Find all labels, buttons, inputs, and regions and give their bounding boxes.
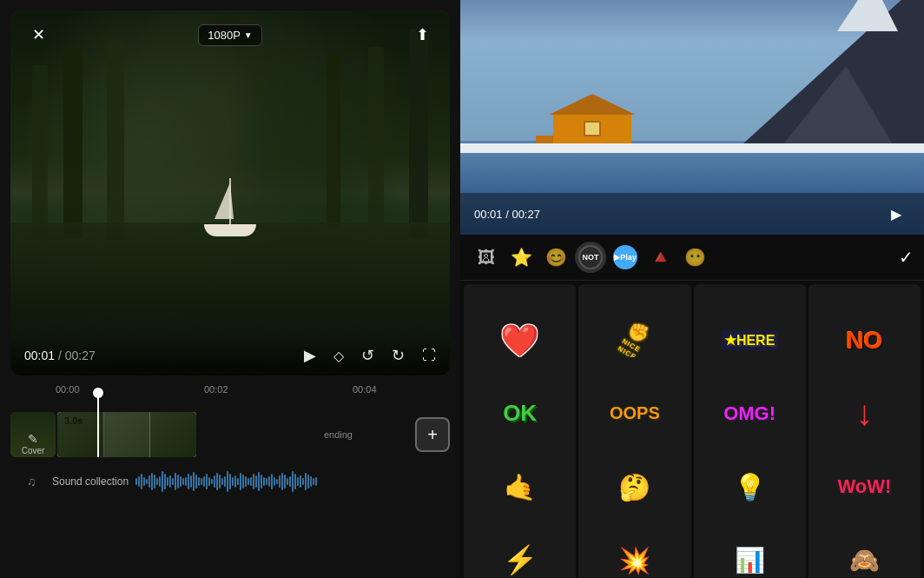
wave-bar bbox=[292, 471, 294, 492]
finger-sticker-icon: 🤙 bbox=[504, 472, 536, 502]
not-badge: NOT bbox=[578, 245, 603, 269]
playback-controls: ▶ ◇ ↺ ↻ ⛶ bbox=[304, 346, 436, 365]
wave-bar bbox=[258, 472, 260, 491]
wave-bar bbox=[175, 473, 176, 490]
wave-bar bbox=[268, 476, 270, 487]
clip-segment[interactable]: 3.0s bbox=[57, 412, 196, 457]
wave-bar bbox=[172, 478, 174, 485]
wave-bar bbox=[195, 475, 197, 488]
face-toolbar-btn[interactable]: 😶 bbox=[679, 242, 710, 273]
list-item[interactable]: 💥 bbox=[578, 504, 690, 578]
wave-bar bbox=[287, 478, 288, 485]
video-bottom-bar: 00:01 / 00:27 ▶ ◇ ↺ ↻ ⛶ bbox=[10, 336, 450, 375]
wave-bar bbox=[274, 477, 275, 486]
sticker-grid: ❤️✊NICENICE★HERENOOKOOPSOMG!↓🤙🤔💡WoW!⚡💥📊🙈 bbox=[460, 281, 924, 578]
play-badge: ▶Play bbox=[613, 245, 637, 269]
ruler-mark-0: 00:00 bbox=[56, 384, 80, 395]
clip-thumb-2 bbox=[104, 412, 151, 457]
timeline-ruler: 00:00 00:02 00:04 bbox=[10, 382, 450, 403]
wave-bar bbox=[193, 472, 195, 491]
wave-bar bbox=[229, 474, 231, 489]
wave-bar bbox=[219, 475, 221, 488]
wave-bar bbox=[305, 473, 307, 490]
image-toolbar-btn[interactable]: 🖼 bbox=[471, 242, 502, 273]
lightning-sticker-icon: ⚡ bbox=[503, 543, 538, 576]
right-panel: 00:01 / 00:27 ▶ 🖼 ⭐ 😊 NOT ▶Play 🔺 😶 bbox=[460, 0, 924, 578]
resolution-button[interactable]: 1080P ▼ bbox=[198, 24, 262, 46]
explosion-sticker-icon: 💥 bbox=[618, 545, 650, 575]
playhead[interactable] bbox=[97, 388, 99, 457]
mountain-snow bbox=[837, 0, 898, 31]
add-clip-button[interactable]: + bbox=[415, 417, 450, 452]
close-button[interactable]: ✕ bbox=[24, 21, 52, 49]
wave-bar bbox=[227, 471, 228, 492]
play-button[interactable]: ▶ bbox=[304, 346, 316, 365]
time-total: 00:27 bbox=[65, 349, 96, 362]
time-separator: / bbox=[58, 349, 65, 362]
wave-bar bbox=[276, 479, 278, 484]
ruler-marks: 00:00 00:02 00:04 bbox=[56, 384, 446, 402]
wave-bar bbox=[240, 473, 241, 490]
cover-thumbnail[interactable]: ✎ Cover bbox=[10, 412, 56, 457]
time-current: 00:01 bbox=[24, 349, 55, 362]
wave-bar bbox=[281, 473, 283, 490]
no-sticker-icon: NO bbox=[846, 327, 882, 355]
wave-bar bbox=[250, 477, 252, 486]
wave-bar bbox=[261, 475, 262, 488]
wave-bar bbox=[221, 478, 223, 485]
wave-bar bbox=[245, 476, 247, 487]
music-icon: ♫ bbox=[10, 475, 52, 488]
trim-button[interactable]: ◇ bbox=[333, 348, 344, 364]
emoji-toolbar-btn[interactable]: 😊 bbox=[540, 242, 571, 273]
play-label: ▶Play bbox=[614, 253, 637, 262]
export-button[interactable]: ⬆ bbox=[408, 21, 436, 49]
heart-sticker-icon: ❤️ bbox=[500, 322, 539, 359]
wave-bar bbox=[307, 475, 309, 488]
wave-bar bbox=[154, 475, 155, 488]
confirm-button[interactable]: ✓ bbox=[899, 247, 914, 268]
list-item[interactable]: 📊 bbox=[694, 504, 806, 578]
list-item[interactable]: ⚡ bbox=[464, 504, 576, 578]
wave-bar bbox=[253, 474, 254, 489]
wave-bar bbox=[164, 474, 166, 489]
wave-bar bbox=[271, 474, 273, 489]
play-toolbar-btn[interactable]: ▶Play bbox=[610, 242, 641, 273]
track-content: 3.0s ending bbox=[56, 412, 405, 457]
sticker-toolbar: 🖼 ⭐ 😊 NOT ▶Play 🔺 😶 ✓ bbox=[460, 235, 924, 281]
wave-bar bbox=[198, 477, 200, 486]
left-panel: ✕ 1080P ▼ ⬆ 00:01 bbox=[0, 0, 460, 578]
video-frame bbox=[10, 10, 450, 375]
wave-bar bbox=[289, 476, 291, 487]
wave-bar bbox=[156, 478, 158, 485]
wow-sticker-icon: WoW! bbox=[837, 475, 891, 498]
tree-5 bbox=[368, 47, 384, 229]
wave-bar bbox=[188, 474, 189, 489]
sound-label: Sound collection bbox=[52, 475, 129, 488]
preview-play-button[interactable]: ▶ bbox=[882, 200, 910, 228]
wave-bar bbox=[148, 475, 150, 488]
cone-toolbar-btn[interactable]: 🔺 bbox=[644, 242, 676, 273]
arrow-sticker-icon: ↓ bbox=[855, 394, 873, 433]
list-item[interactable]: 🙈 bbox=[808, 504, 921, 578]
wave-bar bbox=[266, 478, 267, 485]
redo-button[interactable]: ↻ bbox=[392, 346, 405, 365]
omg-sticker-icon: OMG! bbox=[723, 402, 776, 425]
undo-button[interactable]: ↺ bbox=[361, 346, 374, 365]
not-toolbar-btn[interactable]: NOT bbox=[575, 242, 606, 273]
star-toolbar-btn[interactable]: ⭐ bbox=[505, 242, 537, 273]
wave-bar bbox=[167, 477, 168, 486]
wave-bar bbox=[185, 477, 187, 486]
wave-bar bbox=[180, 476, 182, 487]
wave-bar bbox=[146, 479, 148, 484]
bulb-sticker-icon: 💡 bbox=[734, 472, 766, 502]
wave-bar bbox=[203, 476, 205, 487]
wave-bar bbox=[143, 477, 145, 486]
wave-bar bbox=[138, 476, 140, 487]
wave-bar bbox=[242, 475, 244, 488]
fullscreen-button[interactable]: ⛶ bbox=[422, 348, 436, 363]
house-window bbox=[584, 121, 601, 136]
wave-bar bbox=[182, 478, 184, 485]
wave-bar bbox=[190, 475, 192, 488]
wave-bar bbox=[206, 474, 208, 489]
wave-bar bbox=[169, 475, 171, 488]
